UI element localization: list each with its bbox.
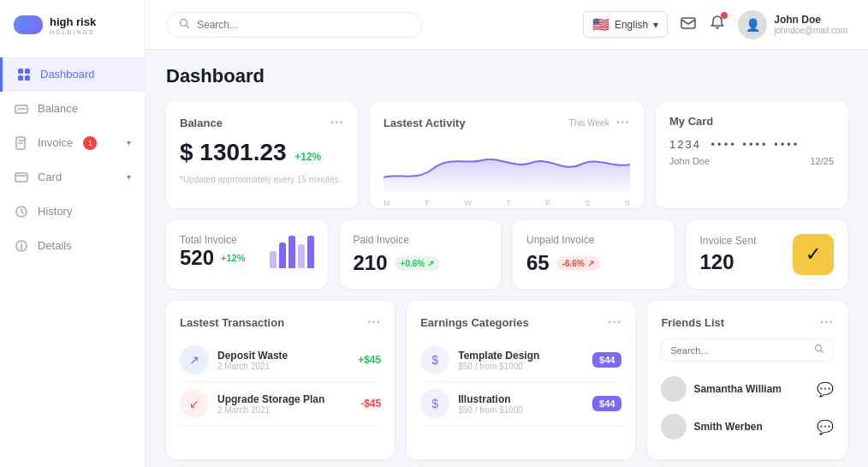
earn-name-2: Illustration: [458, 393, 584, 405]
page-title: Dashboard: [166, 65, 847, 87]
bar-4: [298, 244, 305, 268]
unpaid-invoice-value: 65: [526, 251, 550, 275]
header-right: 🇺🇸 English ▾ 👤 John Doe johndoe@mail.com: [583, 10, 847, 39]
search-box[interactable]: [166, 12, 423, 38]
transaction-menu[interactable]: ···: [367, 314, 381, 330]
my-card: My Card 1234 •••• •••• •••• John Doe 12/…: [656, 101, 847, 208]
total-invoice-chart: [270, 234, 314, 268]
friends-search-box[interactable]: [661, 338, 834, 362]
unpaid-arrow-icon: ↗: [587, 259, 594, 268]
earn-item-1: $ Template Design $50 / from $1000 $44: [420, 338, 621, 382]
paid-invoice-label: Paid Invoice: [354, 234, 488, 246]
sidebar-item-label-invoice: Invoice: [38, 136, 73, 149]
unpaid-invoice-value-row: 65 -6.6% ↗: [526, 251, 661, 275]
total-invoice-value-row: 520 +12%: [180, 246, 246, 270]
card-holder-row: John Doe 12/25: [669, 156, 834, 166]
invoice-sent-label: Invoice Sent: [700, 235, 782, 247]
earn-item-2: $ Illustration $50 / from $1000 $44: [420, 382, 621, 426]
header: 🇺🇸 English ▾ 👤 John Doe johndoe@mail.com: [146, 0, 868, 50]
earn-name-1: Template Design: [458, 350, 584, 362]
svg-rect-2: [18, 75, 23, 81]
sidebar-item-details[interactable]: Details: [0, 229, 145, 263]
friend-name-1: Samantha William: [693, 383, 810, 395]
sidebar-item-label-history: History: [38, 205, 72, 218]
chart-label-m: M: [383, 199, 390, 207]
svg-rect-10: [681, 18, 695, 28]
balance-icon: [14, 101, 29, 117]
notification-icon[interactable]: [709, 14, 726, 35]
top-cards-row: Balance ··· $ 1301.23 +12% *Updated appr…: [166, 101, 847, 208]
sidebar-item-label-card: Card: [38, 171, 62, 183]
balance-amount-row: $ 1301.23 +12%: [180, 139, 344, 166]
transaction-amount-2: -$45: [360, 398, 381, 410]
transaction-date-2: 2 March 2021: [217, 405, 352, 415]
sidebar-item-card[interactable]: Card ▾: [0, 160, 145, 195]
friends-search-input[interactable]: [670, 345, 809, 356]
activity-card-header: Lastest Activity This Week ···: [383, 115, 630, 130]
language-selector[interactable]: 🇺🇸 English ▾: [583, 11, 668, 38]
friend-message-icon-2[interactable]: 💬: [817, 419, 834, 435]
sidebar-item-dashboard[interactable]: Dashboard: [0, 57, 145, 92]
friend-name-2: Smith Werben: [693, 421, 810, 433]
mycard-title: My Card: [669, 115, 713, 128]
logo-text-area: high risk HOLDINGS: [50, 15, 96, 35]
sidebar-item-label-dashboard: Dashboard: [40, 68, 95, 81]
total-invoice-info: Total Invoice 520 +12%: [180, 234, 246, 270]
friends-menu[interactable]: ···: [820, 314, 834, 330]
transaction-info-1: Deposit Waste 2 March 2021: [217, 350, 349, 371]
sidebar: high risk HOLDINGS Dashboard: [0, 0, 146, 467]
balance-note: *Updated approximately every 15 minutes: [180, 175, 344, 184]
balance-change: +12%: [294, 151, 321, 163]
invoice-sent-icon: ✓: [793, 234, 834, 275]
chart-label-w: W: [464, 199, 472, 207]
activity-menu[interactable]: ···: [616, 115, 630, 130]
invoice-chevron: ▾: [127, 138, 131, 147]
invoice-sent-card: Invoice Sent 120 ✓: [687, 220, 848, 289]
earn-info-1: Template Design $50 / from $1000: [458, 350, 584, 371]
main-area: 🇺🇸 English ▾ 👤 John Doe johndoe@mail.com: [146, 0, 868, 467]
friend-message-icon-1[interactable]: 💬: [817, 381, 834, 398]
logo-subtitle: HOLDINGS: [50, 29, 96, 35]
friend-item-2: Smith Werben 💬: [661, 408, 834, 446]
total-invoice-change: +12%: [221, 253, 245, 263]
search-icon: [179, 18, 190, 32]
earnings-menu[interactable]: ···: [608, 314, 621, 330]
paid-invoice-badge: +0.6% ↗: [395, 256, 441, 271]
friend-avatar-1: [661, 376, 687, 402]
total-invoice-value: 520: [180, 246, 214, 270]
user-email: johndoe@mail.com: [774, 26, 847, 35]
bar-2: [279, 242, 286, 268]
flag-icon: 🇺🇸: [592, 16, 609, 33]
chart-label-t1: T: [425, 199, 430, 207]
balance-menu[interactable]: ···: [330, 115, 344, 130]
bottom-row: Lastest Transaction ··· ↗ Deposit Waste …: [166, 301, 847, 459]
chart-labels: M T W T F S S: [383, 199, 630, 207]
user-area[interactable]: 👤 John Doe johndoe@mail.com: [738, 10, 847, 39]
transaction-date-1: 2 March 2021: [217, 362, 349, 371]
mail-icon[interactable]: [680, 14, 697, 35]
friend-item-1: Samantha William 💬: [661, 370, 834, 408]
transaction-item-2: ↙ Upgrade Storage Plan 2 March 2021 -$45: [180, 382, 381, 426]
sidebar-item-label-balance: Balance: [38, 102, 78, 115]
sidebar-item-history[interactable]: History: [0, 195, 145, 229]
balance-decimal: .23: [253, 139, 287, 165]
paid-invoice-value-row: 210 +0.6% ↗: [354, 251, 488, 275]
activity-period: This Week: [569, 118, 609, 128]
earn-icon-1: $: [420, 345, 449, 374]
friends-header: Friends List ···: [661, 314, 834, 330]
card-chevron: ▾: [127, 172, 131, 182]
history-icon: [14, 204, 29, 219]
paid-invoice-card: Paid Invoice 210 +0.6% ↗: [340, 220, 502, 289]
sidebar-item-invoice[interactable]: Invoice 1 ▾: [0, 126, 145, 160]
sidebar-nav: Dashboard Balance Invoice 1 ▾: [0, 51, 145, 467]
svg-point-9: [181, 19, 187, 26]
search-input[interactable]: [197, 19, 410, 31]
card-expiry: 12/25: [810, 156, 834, 166]
earn-sub-1: $50 / from $1000: [458, 362, 584, 371]
stats-row: Total Invoice 520 +12%: [166, 220, 847, 289]
sidebar-item-balance[interactable]: Balance: [0, 92, 145, 126]
transaction-name-1: Deposit Waste: [217, 350, 349, 362]
details-icon: [14, 238, 29, 254]
total-invoice-inner: Total Invoice 520 +12%: [180, 234, 314, 270]
earnings-card: Earnings Categories ··· $ Template Desig…: [407, 301, 635, 459]
